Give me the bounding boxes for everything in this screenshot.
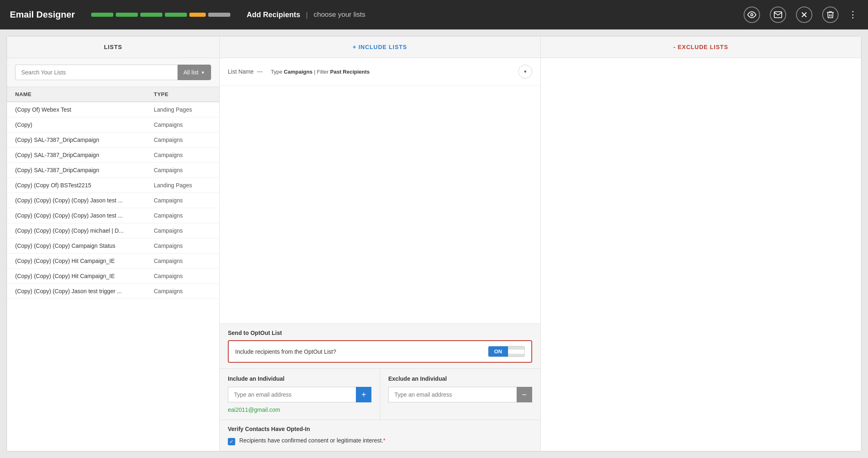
progress-bar-4 — [165, 13, 187, 17]
progress-bars — [91, 13, 230, 17]
filter-label: | Filter — [314, 69, 331, 75]
individual-row: Include an Individual + eai2011@gmail.co… — [220, 368, 540, 420]
optout-title: Send to OptOut List — [228, 330, 532, 336]
list-row-name: (Copy) SAL-7387_DripCampaign — [15, 152, 154, 158]
list-row[interactable]: (Copy) (Copy) (Copy) (Copy) michael | D.… — [7, 223, 219, 238]
checkmark-icon: ✓ — [229, 439, 234, 445]
include-email-input[interactable] — [228, 387, 356, 402]
include-individual-section: Include an Individual + eai2011@gmail.co… — [220, 368, 380, 420]
list-rows: (Copy Of) Webex Test Landing Pages (Copy… — [7, 102, 219, 451]
list-row-type: Campaigns — [154, 258, 211, 264]
include-panel-header: + INCLUDE LISTS — [220, 36, 540, 58]
progress-bar-2 — [116, 13, 138, 17]
verify-title: Verify Contacts Have Opted-In — [228, 426, 532, 432]
list-name-value: --- — [257, 68, 263, 75]
list-row-type: Campaigns — [154, 288, 211, 294]
optout-label: Include recipients from the OptOut List? — [235, 348, 336, 355]
header-nav-title: Add Recipients — [247, 11, 300, 19]
type-value: Campaigns — [284, 69, 313, 75]
all-list-label: All list — [184, 69, 199, 76]
minus-icon: − — [522, 390, 527, 400]
progress-bar-3 — [140, 13, 162, 17]
remove-email-button[interactable]: − — [517, 387, 532, 402]
include-individual-title: Include an Individual — [228, 375, 371, 382]
list-row-type: Landing Pages — [154, 106, 211, 113]
chevron-down-icon: ▾ — [524, 69, 526, 74]
list-row-name: (Copy) (Copy) (Copy) (Copy) Jason test .… — [15, 197, 154, 204]
list-row[interactable]: (Copy) SAL-7387_DripCampaign Campaigns — [7, 132, 219, 148]
list-row-name: (Copy) (Copy) (Copy) Jason test trigger … — [15, 288, 154, 294]
list-row-type: Campaigns — [154, 242, 211, 249]
list-row-name: (Copy) SAL-7387_DripCampaign — [15, 167, 154, 173]
list-row[interactable]: (Copy) (Copy) (Copy) Jason test trigger … — [7, 284, 219, 299]
mail-icon — [774, 10, 783, 19]
list-row-name: (Copy) SAL-7387_DripCampaign — [15, 137, 154, 143]
list-row-name: (Copy) (Copy) (Copy) Hit Campaign_IE — [15, 273, 154, 279]
include-empty-area — [220, 85, 540, 323]
list-row[interactable]: (Copy) (Copy) (Copy) Campaign Status Cam… — [7, 238, 219, 254]
list-row[interactable]: (Copy) (Copy Of) BSTest2215 Landing Page… — [7, 178, 219, 193]
required-indicator: * — [383, 437, 385, 444]
lists-panel: LISTS All list ▼ NAME TYPE (Copy Of) Web… — [7, 36, 220, 451]
plus-icon: + — [361, 390, 366, 400]
verify-text: Recipients have confirmed consent or leg… — [239, 437, 385, 444]
list-name-label: List Name — [228, 68, 254, 75]
list-row-type: Campaigns — [154, 152, 211, 158]
search-input[interactable] — [15, 65, 178, 80]
delete-button[interactable] — [822, 7, 839, 23]
app-title: Email Designer — [10, 9, 75, 20]
preview-button[interactable] — [744, 7, 760, 23]
verify-section: Verify Contacts Have Opted-In ✓ Recipien… — [220, 420, 540, 451]
list-row-type: Campaigns — [154, 212, 211, 219]
all-list-dropdown-button[interactable]: All list ▼ — [178, 65, 211, 80]
header-actions: ⋮ — [744, 7, 858, 23]
exclude-email-input[interactable] — [388, 387, 516, 402]
verify-text-content: Recipients have confirmed consent or leg… — [239, 437, 383, 444]
filter-value: Past Recipients — [330, 69, 370, 75]
list-row[interactable]: (Copy Of) Webex Test Landing Pages — [7, 102, 219, 117]
list-row[interactable]: (Copy) (Copy) (Copy) Hit Campaign_IE Cam… — [7, 269, 219, 284]
list-row[interactable]: (Copy) Campaigns — [7, 117, 219, 132]
col-name-header: NAME — [15, 91, 154, 97]
include-email-input-row: + — [228, 387, 371, 402]
list-row[interactable]: (Copy) SAL-7387_DripCampaign Campaigns — [7, 163, 219, 178]
toggle-off-label — [508, 350, 524, 354]
exclude-panel: - EXCLUDE LISTS — [541, 36, 861, 451]
list-row-type: Campaigns — [154, 167, 211, 173]
svg-point-0 — [751, 13, 753, 16]
progress-bar-5 — [189, 13, 206, 17]
header-nav-separator: | — [306, 11, 308, 19]
send-email-button[interactable] — [770, 7, 786, 23]
lists-panel-header: LISTS — [7, 36, 219, 58]
include-panel: + INCLUDE LISTS List Name --- Type Campa… — [220, 36, 541, 451]
toggle-on-label: ON — [488, 346, 508, 357]
list-row-name: (Copy) (Copy Of) BSTest2215 — [15, 182, 154, 189]
list-row[interactable]: (Copy) (Copy) (Copy) Hit Campaign_IE Cam… — [7, 254, 219, 269]
list-row-name: (Copy) (Copy) (Copy) (Copy) Jason test .… — [15, 212, 154, 219]
header-nav: Add Recipients | choose your lists — [247, 11, 744, 19]
progress-bar-1 — [91, 13, 113, 17]
list-row-type: Campaigns — [154, 137, 211, 143]
search-row: All list ▼ — [7, 58, 219, 87]
list-row-name: (Copy) (Copy) (Copy) Hit Campaign_IE — [15, 258, 154, 264]
add-email-button[interactable]: + — [356, 387, 371, 402]
list-row-name: (Copy) (Copy) (Copy) (Copy) michael | D.… — [15, 227, 154, 234]
list-row-name: (Copy Of) Webex Test — [15, 106, 154, 113]
exclude-individual-title: Exclude an Individual — [388, 375, 532, 382]
app-header: Email Designer Add Recipients | choose y… — [0, 0, 868, 29]
exclude-email-input-row: − — [388, 387, 532, 402]
close-button[interactable] — [796, 7, 812, 23]
col-type-header: TYPE — [154, 91, 211, 97]
added-email: eai2011@gmail.com — [228, 406, 371, 413]
list-row[interactable]: (Copy) SAL-7387_DripCampaign Campaigns — [7, 148, 219, 163]
list-name-dropdown-button[interactable]: ▾ — [518, 65, 532, 79]
verify-checkbox[interactable]: ✓ — [228, 438, 235, 445]
list-row[interactable]: (Copy) (Copy) (Copy) (Copy) Jason test .… — [7, 193, 219, 208]
list-row[interactable]: (Copy) (Copy) (Copy) (Copy) Jason test .… — [7, 208, 219, 223]
table-header: NAME TYPE — [7, 87, 219, 102]
optout-toggle[interactable]: ON — [488, 346, 525, 357]
dropdown-caret-icon: ▼ — [201, 70, 205, 75]
more-options-button[interactable]: ⋮ — [848, 9, 858, 20]
optout-row: Include recipients from the OptOut List?… — [228, 340, 532, 363]
verify-row: ✓ Recipients have confirmed consent or l… — [228, 437, 532, 445]
